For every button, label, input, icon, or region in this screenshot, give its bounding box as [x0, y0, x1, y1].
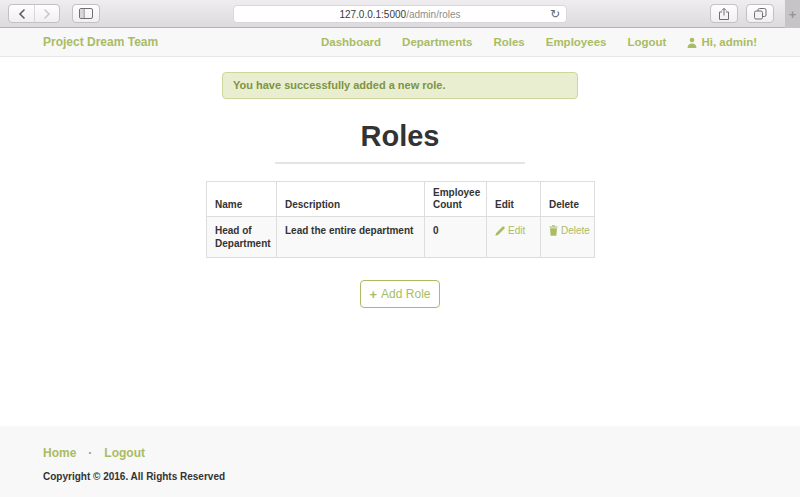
cell-employee-count: 0: [425, 217, 487, 258]
sidebar-icon: [79, 8, 93, 19]
footer-logout-link[interactable]: Logout: [104, 446, 145, 460]
chevron-left-icon: [18, 9, 26, 19]
nav-departments[interactable]: Departments: [402, 36, 472, 48]
header-name: Name: [207, 182, 277, 217]
header-employee-count: Employee Count: [425, 182, 487, 217]
url-path: /admin/roles: [406, 9, 460, 20]
pencil-icon: [495, 226, 505, 236]
cell-role-name: Head of Department: [207, 217, 277, 258]
refresh-icon[interactable]: ↻: [550, 7, 560, 22]
nav-roles[interactable]: Roles: [493, 36, 524, 48]
nav-links: Dashboard Departments Roles Employees Lo…: [321, 36, 757, 48]
nav-dashboard[interactable]: Dashboard: [321, 36, 381, 48]
page-title: Roles: [0, 120, 800, 153]
cell-delete: Delete: [541, 217, 595, 258]
cell-role-description: Lead the entire department: [277, 217, 425, 258]
plus-icon: +: [789, 7, 797, 22]
toolbar-right-buttons: [702, 4, 774, 23]
header-delete: Delete: [541, 182, 595, 217]
nav-employees[interactable]: Employees: [546, 36, 607, 48]
page-footer: Home · Logout Copyright © 2016. All Righ…: [0, 426, 800, 497]
header-description: Description: [277, 182, 425, 217]
title-divider: [275, 162, 525, 164]
browser-forward-button[interactable]: [34, 5, 59, 22]
table-row: Head of Department Lead the entire depar…: [207, 217, 595, 258]
success-alert: You have successfully added a new role.: [222, 72, 578, 99]
roles-table-container: Name Description Employee Count Edit Del…: [206, 181, 594, 258]
delete-link[interactable]: Delete: [549, 224, 590, 237]
tab-overview-icon: [754, 8, 767, 20]
history-button-group: [8, 4, 60, 23]
chevron-right-icon: [43, 9, 51, 19]
new-tab-button[interactable]: +: [785, 0, 800, 28]
table-header-row: Name Description Employee Count Edit Del…: [207, 182, 595, 217]
footer-links: Home · Logout: [43, 446, 800, 460]
trash-icon: [549, 225, 558, 236]
url-host: 127.0.0.1:5000: [339, 9, 406, 20]
main-content: You have successfully added a new role. …: [0, 57, 800, 426]
user-icon: [687, 37, 697, 48]
add-role-button[interactable]: + Add Role: [360, 280, 440, 308]
nav-logout[interactable]: Logout: [627, 36, 666, 48]
copyright-text: Copyright © 2016. All Rights Reserved: [43, 471, 800, 482]
footer-separator: ·: [88, 446, 92, 460]
tab-overview-button[interactable]: [746, 4, 774, 23]
share-icon: [718, 7, 730, 21]
add-role-label: Add Role: [381, 287, 430, 301]
plus-icon: +: [370, 287, 378, 302]
site-navbar: Project Dream Team Dashboard Departments…: [0, 28, 800, 57]
brand-link[interactable]: Project Dream Team: [43, 35, 158, 49]
browser-toolbar: 127.0.0.1:5000/admin/roles ↻ +: [0, 0, 800, 28]
roles-table: Name Description Employee Count Edit Del…: [206, 181, 595, 258]
edit-link-label: Edit: [508, 224, 525, 237]
edit-link[interactable]: Edit: [495, 224, 525, 237]
share-button[interactable]: [710, 4, 738, 23]
user-greeting: Hi, admin!: [687, 36, 757, 48]
footer-home-link[interactable]: Home: [43, 446, 76, 460]
address-bar[interactable]: 127.0.0.1:5000/admin/roles ↻: [233, 5, 567, 23]
alert-message: You have successfully added a new role.: [233, 79, 446, 91]
cell-edit: Edit: [487, 217, 541, 258]
browser-back-button[interactable]: [9, 5, 34, 22]
delete-link-label: Delete: [561, 224, 590, 237]
user-greeting-label: Hi, admin!: [701, 36, 757, 48]
sidebar-toggle-button[interactable]: [72, 4, 100, 23]
header-edit: Edit: [487, 182, 541, 217]
